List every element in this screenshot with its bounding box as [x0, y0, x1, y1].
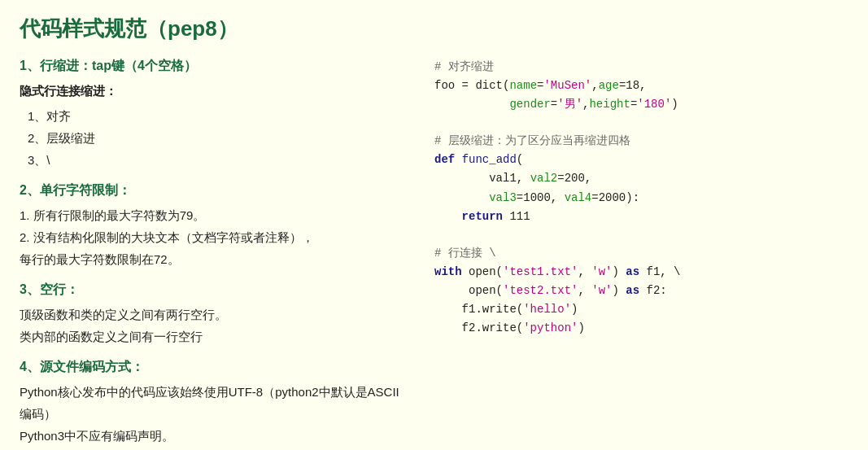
- list-item: 1、对齐: [28, 105, 410, 127]
- blank1-text: 顶级函数和类的定义之间有两行空行。: [20, 304, 410, 325]
- code-comment-1: # 对齐缩进: [434, 58, 848, 76]
- section2-title: 2、单行字符限制：: [20, 182, 410, 199]
- encoding2-text: Python3中不应有编码声明。: [20, 425, 410, 447]
- section4-title: 4、源文件编码方式：: [20, 359, 410, 376]
- limit2-text: 2. 没有结构化限制的大块文本（文档字符或者注释），: [20, 226, 410, 248]
- code-line: val3=1000, val4=2000):: [434, 189, 848, 208]
- list-item: 3、\: [28, 149, 410, 171]
- list-item: 2、层级缩进: [28, 127, 410, 149]
- code-line: def func_add(: [434, 151, 848, 169]
- code-block-1: # 对齐缩进 foo = dict(name='MuSen',age=18, g…: [434, 58, 848, 114]
- code-line: return 111: [434, 208, 848, 226]
- implicit-indent-label: 隐式行连接缩进：: [20, 80, 410, 102]
- code-comment-3: # 行连接 \: [434, 244, 848, 263]
- blank2-text: 类内部的函数定义之间有一行空行: [20, 325, 410, 347]
- right-panel: # 对齐缩进 foo = dict(name='MuSen',age=18, g…: [426, 58, 848, 447]
- left-panel: 1、行缩进：tap键（4个空格） 隐式行连接缩进： 1、对齐 2、层级缩进 3、…: [20, 58, 426, 447]
- code-line: f2.write('python'): [434, 319, 848, 338]
- section1-title: 1、行缩进：tap键（4个空格）: [20, 58, 410, 75]
- code-line: gender='男',height='180'): [434, 95, 848, 114]
- section3-title: 3、空行：: [20, 282, 410, 299]
- code-block-2: # 层级缩进：为了区分应当再缩进四格 def func_add( val1, v…: [434, 132, 848, 225]
- code-line: open('test2.txt', 'w') as f2:: [434, 282, 848, 300]
- code-block-3: # 行连接 \ with open('test1.txt', 'w') as f…: [434, 244, 848, 338]
- indent-list: 1、对齐 2、层级缩进 3、\: [20, 105, 410, 171]
- code-line: with open('test1.txt', 'w') as f1, \: [434, 263, 848, 282]
- code-line: foo = dict(name='MuSen',age=18,: [434, 76, 848, 95]
- code-line: val1, val2=200,: [434, 169, 848, 188]
- limit2b-text: 每行的最大字符数限制在72。: [20, 248, 410, 270]
- encoding1-text: Python核心发布中的代码应该始终使用UTF-8（python2中默认是ASC…: [20, 381, 410, 425]
- limit1-text: 1. 所有行限制的最大字符数为79。: [20, 204, 410, 226]
- code-comment-2: # 层级缩进：为了区分应当再缩进四格: [434, 132, 848, 151]
- code-line: f1.write('hello'): [434, 300, 848, 319]
- page-title: 代码样式规范（pep8）: [20, 15, 848, 43]
- main-layout: 1、行缩进：tap键（4个空格） 隐式行连接缩进： 1、对齐 2、层级缩进 3、…: [20, 58, 848, 447]
